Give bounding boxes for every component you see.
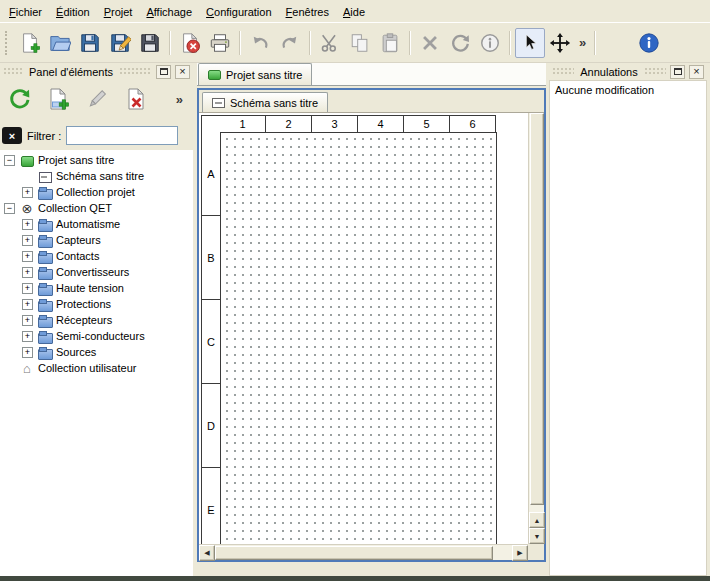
tree-item-label: Haute tension [56, 282, 128, 294]
dock-float-button[interactable] [156, 65, 171, 79]
expand-icon[interactable]: + [22, 251, 33, 262]
dock-close-button[interactable]: × [175, 65, 190, 79]
folder-icon [38, 346, 52, 359]
reload-icon [7, 87, 31, 111]
dock-grip[interactable] [644, 67, 666, 76]
tree-item-automatisme[interactable]: +Automatisme [0, 216, 193, 232]
scroll-right-button[interactable]: ▶ [512, 545, 528, 561]
menu-affichage[interactable]: Affichage [139, 2, 199, 21]
expand-icon[interactable]: + [22, 187, 33, 198]
undo-dock-titlebar[interactable]: Annulations × [549, 63, 707, 80]
toolbar-grip[interactable] [5, 31, 10, 55]
dock-close-button[interactable]: × [689, 65, 704, 79]
tree-item-convertisseurs[interactable]: +Convertisseurs [0, 264, 193, 280]
tree-item-projet-sans-titre[interactable]: −Projet sans titre [0, 152, 193, 168]
tab-project[interactable]: Projet sans titre [198, 63, 312, 85]
collapse-icon[interactable]: − [4, 203, 15, 214]
tree-item-collection-projet[interactable]: +Collection projet [0, 184, 193, 200]
menu-edition[interactable]: Édition [49, 2, 97, 21]
tree-item-collection-utilisateur[interactable]: ⌂Collection utilisateur [0, 360, 193, 376]
column-header-2: 2 [266, 115, 312, 133]
tree-item-semi-conducteurs[interactable]: +Semi-conducteurs [0, 328, 193, 344]
delete-element-button[interactable] [121, 84, 151, 114]
column-headers: 123456 [220, 115, 496, 133]
undo-button[interactable] [245, 28, 275, 58]
scroll-down-button[interactable]: ▼ [529, 528, 545, 544]
toolbar-separator [594, 31, 596, 55]
expand-icon[interactable]: + [22, 267, 33, 278]
dock-grip[interactable] [3, 67, 23, 76]
menu-fichier[interactable]: Fichier [2, 2, 49, 21]
dock-grip[interactable] [119, 67, 152, 76]
horizontal-scrollbar[interactable]: ◀ ▶ [199, 544, 528, 560]
filter-input[interactable] [66, 126, 178, 145]
expand-icon[interactable]: + [22, 283, 33, 294]
rotate-button[interactable] [445, 28, 475, 58]
menu-projet[interactable]: Projet [97, 2, 140, 21]
tab-schema[interactable]: Schéma sans titre [202, 92, 328, 112]
schema-scene[interactable]: 123456 ABCDE [199, 113, 528, 544]
tree-item-capteurs[interactable]: +Capteurs [0, 232, 193, 248]
column-header-6: 6 [450, 115, 496, 133]
info-button[interactable] [475, 28, 505, 58]
cut-button[interactable] [315, 28, 345, 58]
elements-toolbar-overflow-chevron[interactable]: » [172, 92, 187, 107]
close-file-button[interactable] [175, 28, 205, 58]
expand-icon[interactable]: + [22, 315, 33, 326]
select-tool-button[interactable] [515, 28, 545, 58]
scroll-left-button[interactable]: ◀ [199, 545, 215, 561]
open-project-button[interactable] [45, 28, 75, 58]
toolbar-separator [239, 31, 241, 55]
edit-element-button[interactable] [82, 84, 112, 114]
expand-icon[interactable]: + [22, 219, 33, 230]
save-as-button[interactable] [105, 28, 135, 58]
elements-toolbar: » [0, 80, 193, 118]
tree-item-collection-qet[interactable]: −⊗Collection QET [0, 200, 193, 216]
copy-button[interactable] [345, 28, 375, 58]
vertical-scrollbar-thumb[interactable] [530, 113, 544, 505]
reload-collections-button[interactable] [4, 84, 34, 114]
expand-icon[interactable]: + [22, 299, 33, 310]
tree-item-label: Récepteurs [56, 314, 116, 326]
vertical-scrollbar[interactable]: ▲ ▼ [528, 113, 544, 544]
dock-float-button[interactable] [670, 65, 685, 79]
collapse-icon[interactable]: − [4, 155, 15, 166]
info-icon [479, 32, 501, 54]
workspace: Projet sans titre Schéma sans titre 12 [197, 63, 546, 576]
tree-item-schema-sans-titre[interactable]: Schéma sans titre [0, 168, 193, 184]
about-qet-button[interactable] [634, 28, 664, 58]
new-element-button[interactable] [43, 84, 73, 114]
expand-icon[interactable]: + [22, 235, 33, 246]
undo-list-item[interactable]: Aucune modification [550, 81, 706, 99]
move-tool-button[interactable] [545, 28, 575, 58]
expand-icon[interactable]: + [22, 331, 33, 342]
scroll-up-button[interactable]: ▲ [529, 512, 545, 528]
close-file-icon [179, 32, 201, 54]
dock-grip[interactable] [552, 67, 574, 76]
paste-button[interactable] [375, 28, 405, 58]
clear-filter-button[interactable]: × [2, 127, 22, 144]
tree-item-sources[interactable]: +Sources [0, 344, 193, 360]
schema-grid[interactable] [220, 132, 497, 544]
undo-dock: Annulations × Aucune modification [549, 63, 710, 576]
elements-panel-titlebar[interactable]: Panel d'éléments × [0, 63, 193, 80]
new-element-icon [46, 87, 70, 111]
tree-item-haute-tension[interactable]: +Haute tension [0, 280, 193, 296]
tree-item-protections[interactable]: +Protections [0, 296, 193, 312]
tree-item-contacts[interactable]: +Contacts [0, 248, 193, 264]
menu-aide[interactable]: Aide [336, 2, 372, 21]
delete-button[interactable] [415, 28, 445, 58]
save-button[interactable] [75, 28, 105, 58]
toolbar-overflow-chevron[interactable]: » [575, 35, 590, 50]
tree-item-recepteurs[interactable]: +Récepteurs [0, 312, 193, 328]
redo-button[interactable] [275, 28, 305, 58]
save-all-button[interactable] [135, 28, 165, 58]
expand-icon[interactable]: + [22, 347, 33, 358]
mdi-area: Schéma sans titre 123456 ABCDE ▲ [197, 86, 546, 576]
content-area: Panel d'éléments × » [0, 63, 710, 576]
new-document-button[interactable] [15, 28, 45, 58]
horizontal-scrollbar-thumb[interactable] [215, 546, 493, 560]
menu-fenetres[interactable]: Fenêtres [279, 2, 336, 21]
print-button[interactable] [205, 28, 235, 58]
menu-configuration[interactable]: Configuration [199, 2, 278, 21]
